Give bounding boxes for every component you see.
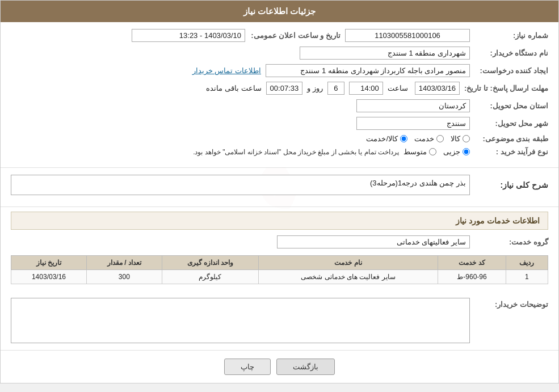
mohlat-roz: 6 [327, 82, 344, 95]
tabaghe-label: طبقه بندی موضوعی: [474, 134, 548, 143]
button-row: بازگشت چاپ [1, 351, 558, 383]
col-radif: ردیف [506, 256, 548, 270]
mohlat-date: 1403/03/16 [415, 82, 460, 95]
grooh-label: گروه خدمت: [474, 238, 548, 246]
print-button[interactable]: چاپ [224, 359, 271, 375]
cell-tarikh: 1403/03/16 [11, 270, 87, 284]
shahr-label: شهر محل تحویل: [474, 119, 548, 128]
ettelaat-tamas-link[interactable]: اطلاعات تماس خریدار [192, 66, 261, 75]
cell-nam-khedmat: سایر فعالیت های خدماتی شخصی [258, 270, 438, 284]
sharh-section-title: شرح کلی نیاز: [474, 180, 548, 189]
radio-khedmat[interactable]: خدمت [414, 134, 444, 143]
col-tedad: تعداد / مقدار [86, 256, 162, 270]
col-kod-khedmat: کد خدمت [438, 256, 506, 270]
radio-kala[interactable]: کالا [451, 134, 470, 143]
radio-mottavaset[interactable]: متوسط [404, 147, 436, 156]
col-tarikh: تاریخ نیاز [11, 256, 87, 270]
cell-radif: 1 [506, 270, 548, 284]
mohlat-label: مهلت ارسال پاسخ: تا تاریخ: [464, 84, 548, 92]
sharh-value: بذر چمن هلندی درجه1(مرحله3) [11, 175, 470, 195]
nam-dastgah-value: شهرداری منطقه 1 سنندج [300, 47, 470, 60]
col-vahed: واحد اندازه گیری [162, 256, 258, 270]
shahr-value: سنندج [356, 117, 470, 130]
cell-vahed: کیلوگرم [162, 270, 258, 284]
tozihat-label: توضیحات خریدار: [474, 298, 548, 309]
tozihat-input[interactable] [11, 298, 470, 343]
shomare-niaz-value: 1103005581000106 [345, 29, 470, 42]
tabaghe-radio-group: کالا خدمت کالا/خدمت [366, 134, 470, 143]
tarikh-value: 1403/03/10 - 13:23 [132, 29, 245, 42]
tarikh-label: تاریخ و ساعت اعلان عمومی: [250, 31, 341, 40]
noe-faraind-radio-group: جزیی متوسط [404, 147, 470, 156]
shomare-niaz-label: شماره نیاز: [474, 31, 548, 40]
grooh-value: سایر فعالیتهای خدماتی [277, 235, 470, 248]
noe-faraind-label: نوع فرآیند خرید : [474, 147, 548, 156]
saat-label: ساعت [388, 84, 408, 92]
back-button[interactable]: بازگشت [276, 359, 335, 375]
cell-kod-khedmat: 960-96-ط [438, 270, 506, 284]
mohlat-baqi: 00:07:33 [266, 82, 303, 95]
baghimanda-label: ساعت باقی مانده [206, 84, 261, 92]
radio-jozi[interactable]: جزیی [443, 147, 470, 156]
mohlat-saat: 14:00 [349, 82, 383, 95]
ostan-value: کردستان [356, 99, 470, 112]
khadamat-table: ردیف کد خدمت نام خدمت واحد اندازه گیری ت… [11, 255, 548, 284]
noe-faraind-note: پرداخت تمام یا بخشی از مبلغ خریداز محل "… [193, 148, 399, 156]
page-title: جزئیات اطلاعات نیاز [1, 1, 558, 22]
ijad-kannande-label: ایجاد کننده درخواست: [474, 66, 548, 75]
col-nam-khedmat: نام خدمت [258, 256, 438, 270]
radio-kala-khedmat[interactable]: کالا/خدمت [366, 134, 407, 143]
cell-tedad: 300 [86, 270, 162, 284]
ijad-kannande-value: منصور مرادی باجله کاربرداز شهرداری منطقه… [266, 64, 470, 77]
nam-dastgah-label: نام دستگاه خریدار: [474, 49, 548, 57]
khadamat-section-title: اطلاعات خدمات مورد نیاز [11, 212, 548, 230]
ostan-label: استان محل تحویل: [474, 102, 548, 110]
rooz-label: روز و [307, 84, 323, 92]
table-row: 1 960-96-ط سایر فعالیت های خدماتی شخصی ک… [11, 270, 548, 284]
